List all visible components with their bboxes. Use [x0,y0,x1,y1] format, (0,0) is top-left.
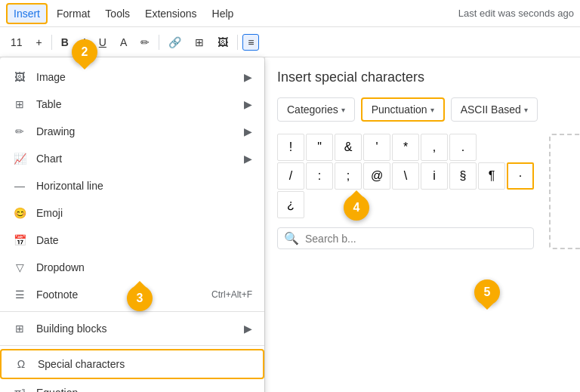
drawing-icon: ✏ [12,124,27,139]
table-icon: ⊞ [12,97,27,112]
strikethrough-button[interactable]: A [116,35,131,50]
footnote-shortcut: Ctrl+Alt+F [211,289,252,300]
char-cell-empty2 [507,134,534,161]
char-grid: ! " & ' * , . / : ; @ \ i § ¶ [277,134,534,218]
edit-status: Last edit was seconds ago [458,8,574,19]
categories-label: Categories [287,103,338,116]
menu-divider [0,311,264,312]
char-cell[interactable]: ¶ [478,162,505,190]
text-color-button[interactable]: ✏ [136,35,154,50]
annotation-bubble-3: 3 [127,286,153,311]
font-size[interactable]: 11 [6,35,27,50]
menu-item-table-label: Table [36,98,61,110]
menu-item-footnote-label: Footnote [36,289,78,301]
menu-item-equation-label: Equation [36,387,78,392]
char-cell[interactable]: , [421,134,448,161]
menu-item-dropdown-label: Dropdown [36,261,85,273]
menu-item-drawing-label: Drawing [36,125,75,137]
menu-item-emoji[interactable]: 😊 Emoji [0,199,264,227]
char-cell[interactable]: / [277,162,304,190]
char-cell[interactable]: . [449,134,477,161]
special-chars-icon: Ω [14,357,29,372]
hline-icon: — [12,178,27,193]
char-cell[interactable]: § [449,162,477,190]
menu-item-image-label: Image [36,71,66,83]
menu-bar: Insert Format Tools Extensions Help Last… [0,0,580,27]
char-cell-selected[interactable]: · [507,162,534,190]
drawing-placeholder: Dr... [549,134,580,249]
menu-item-date-label: Date [36,234,59,246]
menu-divider-2 [0,345,264,346]
image-icon: 🖼 [12,69,27,85]
menu-item-dropdown[interactable]: ▽ Dropdown [0,254,264,281]
toolbar-sep-3 [237,35,238,50]
categories-chevron: ▾ [341,106,345,114]
toolbar-sep-1 [51,35,52,50]
menu-insert[interactable]: Insert [6,3,48,24]
menu-format[interactable]: Format [51,5,96,23]
menu-item-drawing[interactable]: ✏ Drawing ▶ [0,118,264,145]
link-button[interactable]: 🔗 [164,35,186,50]
table-button[interactable]: ⊞ [190,35,208,50]
chart-icon: 📈 [12,151,27,166]
ascii-chevron: ▾ [524,106,528,114]
image-button[interactable]: 🖼 [213,35,233,50]
main-layout: 🖼 Image ▶ ⊞ Table ▶ ✏ Drawing ▶ 📈 Chart … [0,57,580,392]
ascii-based-button[interactable]: ASCII Based ▾ [451,97,538,122]
font-size-plus[interactable]: + [32,35,47,50]
char-cell[interactable]: ' [363,134,390,161]
emoji-icon: 😊 [12,205,27,221]
annotation-bubble-5: 5 [474,279,500,305]
char-cell[interactable]: & [335,134,362,161]
menu-item-equation[interactable]: π³ Equation [0,379,264,392]
menu-item-special-chars[interactable]: Ω Special characters [0,349,264,379]
char-cell[interactable]: i [421,162,448,190]
char-cell[interactable]: \ [392,162,419,190]
menu-tools[interactable]: Tools [99,5,136,23]
search-icon: 🔍 [284,231,299,245]
annotation-bubble-2: 2 [72,39,97,65]
menu-item-chart-label: Chart [36,153,62,165]
bubble-2-label: 2 [82,45,88,59]
menu-item-building-blocks-label: Building blocks [36,323,106,335]
menu-item-building-blocks[interactable]: ⊞ Building blocks ▶ [0,315,264,342]
search-input[interactable] [305,233,527,245]
menu-item-table[interactable]: ⊞ Table ▶ [0,91,264,118]
align-button[interactable]: ≡ [242,34,259,51]
menu-item-image[interactable]: 🖼 Image ▶ [0,63,264,91]
panel-title: Insert special characters [277,69,568,85]
char-cell[interactable]: * [392,134,419,161]
menu-item-hline-label: Horizontal line [36,180,103,192]
arrow-icon-table: ▶ [244,98,252,110]
underline-button[interactable]: U [94,35,111,50]
equation-icon: π³ [12,385,27,392]
menu-item-emoji-label: Emoji [36,207,63,219]
punctuation-chevron: ▾ [430,106,434,114]
footnote-icon: ☰ [12,287,27,302]
toolbar-sep-2 [159,35,159,50]
arrow-icon-bb: ▶ [244,323,252,335]
bubble-4-label: 4 [353,201,360,215]
bold-button[interactable]: B [57,35,73,50]
categories-button[interactable]: Categories ▾ [277,97,355,122]
dropdown-icon: ▽ [12,260,27,275]
punctuation-label: Punctuation [372,103,427,116]
char-cell[interactable]: ! [277,134,304,161]
menu-item-hline[interactable]: — Horizontal line [0,172,264,199]
char-cell[interactable]: ¿ [277,191,304,218]
char-cell[interactable]: " [306,134,333,161]
punctuation-button[interactable]: Punctuation ▾ [361,97,445,122]
bubble-3-label: 3 [137,292,143,305]
menu-item-chart[interactable]: 📈 Chart ▶ [0,145,264,172]
menu-extensions[interactable]: Extensions [139,5,202,23]
date-icon: 📅 [12,233,27,248]
annotation-bubble-4: 4 [344,195,369,221]
search-area: 🔍 [277,227,534,249]
char-cell[interactable]: : [306,162,333,190]
bubble-5-label: 5 [484,286,491,299]
arrow-icon-drawing: ▶ [244,125,252,137]
char-cell[interactable]: @ [363,162,390,190]
char-cell-empty [478,134,505,161]
menu-item-date[interactable]: 📅 Date [0,227,264,254]
menu-help[interactable]: Help [206,5,240,23]
